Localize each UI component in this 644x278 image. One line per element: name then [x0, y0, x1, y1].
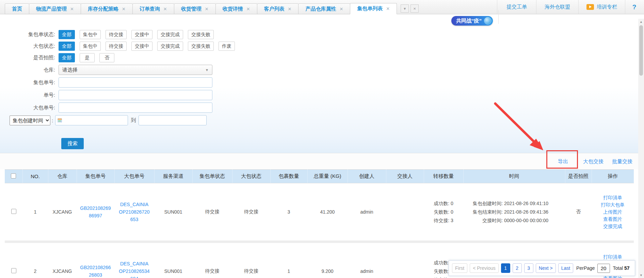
perpage-input[interactable]	[597, 264, 610, 273]
operation-link-交接完成[interactable]: 交接完成	[592, 223, 633, 230]
help-question-icon: ?	[632, 3, 637, 11]
pagination-previous-button[interactable]: < Previous	[470, 263, 499, 273]
pagination-last-button[interactable]: Last	[558, 263, 573, 273]
operation-link-打印清单[interactable]: 打印清单	[592, 253, 633, 261]
operation-link-查看图片[interactable]: 查看图片	[592, 216, 633, 223]
scroll-down-icon[interactable]: ▼	[638, 272, 644, 278]
filter-option-集包中[interactable]: 集包中	[80, 42, 101, 51]
filter-option-待交接[interactable]: 待交接	[106, 30, 127, 39]
tab-客户列表[interactable]: 客户列表✕	[257, 3, 299, 14]
column-header-NO.: NO.	[22, 170, 48, 183]
submit-ticket-link[interactable]: 提交工单	[497, 0, 536, 14]
column-header-包裹数量: 包裹数量	[270, 170, 307, 183]
pagination-page-1[interactable]: 1	[501, 263, 510, 273]
filter-text-input[interactable]	[59, 103, 212, 113]
filter-option-交接失败[interactable]: 交接失败	[188, 42, 214, 51]
vertical-scrollbar[interactable]: ▲ ▼	[638, 19, 644, 278]
column-header-集包单状态: 集包单状态	[192, 170, 232, 183]
column-header-服务渠道: 服务渠道	[154, 170, 192, 183]
time-value: 2021-08-26 09:41:36	[503, 208, 548, 216]
date-to-separator: 到	[131, 117, 136, 124]
bale-no-link[interactable]: GB202108266 26803	[80, 264, 111, 278]
filter-option-作废[interactable]: 作废	[219, 42, 235, 51]
tab-收货管理[interactable]: 收货管理✕	[174, 3, 216, 14]
tab-close-icon[interactable]: ✕	[339, 6, 343, 12]
submit-ticket-label: 提交工单	[506, 4, 527, 10]
tab-close-icon[interactable]: ✕	[386, 6, 390, 11]
batch-handover-link[interactable]: 批量交接	[612, 158, 632, 165]
tab-物流产品管理[interactable]: 物流产品管理✕	[29, 3, 81, 14]
tab-overflow-close-icon[interactable]: ✕	[410, 4, 419, 13]
tab-产品仓库属性[interactable]: 产品仓库属性✕	[298, 3, 350, 14]
row-checkbox[interactable]	[11, 209, 16, 214]
tab-close-icon[interactable]: ✕	[70, 6, 74, 12]
date-from-field[interactable]	[55, 115, 128, 125]
filter-option-全部[interactable]: 全部	[59, 53, 75, 62]
filter-option-否[interactable]: 否	[99, 53, 114, 62]
operation-link-上传图片[interactable]: 上传图片	[592, 208, 633, 216]
tab-close-icon[interactable]: ✕	[122, 6, 126, 12]
tab-overflow-controls: ▼✕	[401, 4, 419, 13]
pagination-page-3[interactable]: 3	[524, 263, 533, 273]
tab-close-icon[interactable]: ✕	[288, 6, 292, 12]
filter-option-交接中[interactable]: 交接中	[131, 42, 152, 51]
date-to-input[interactable]	[143, 118, 205, 123]
filter-option-全部[interactable]: 全部	[59, 30, 75, 39]
tab-close-icon[interactable]: ✕	[205, 6, 209, 12]
filter-option-全部[interactable]: 全部	[59, 42, 75, 51]
filter-option-交接失败[interactable]: 交接失败	[188, 30, 214, 39]
filter-option-交接完成[interactable]: 交接完成	[157, 30, 183, 39]
app-window: 首页物流产品管理✕库存分配策略✕订单查询✕收货管理✕收货详情✕客户列表✕产品仓库…	[0, 0, 644, 278]
overseas-alliance-label: 海外仓联盟	[545, 4, 570, 10]
select-all-checkbox[interactable]	[11, 173, 16, 179]
total-count: 57	[624, 265, 630, 271]
column-header-创建人: 创建人	[348, 170, 386, 183]
table-header-row: NO.仓库集包单号大包单号服务渠道集包单状态大包状态包裹数量总重量 (KG)创建…	[5, 170, 634, 183]
tab-close-icon[interactable]: ✕	[163, 6, 167, 12]
row-checkbox[interactable]	[11, 268, 16, 273]
cell-bale-status: 待交接	[192, 183, 232, 242]
tab-close-icon[interactable]: ✕	[246, 6, 250, 12]
tab-label: 客户列表	[264, 6, 285, 12]
help-button[interactable]: ?	[625, 0, 643, 14]
filter-input-row: 集包单号:	[0, 77, 638, 88]
warehouse-select[interactable]: 请选择 ▼	[59, 65, 212, 75]
time-label: 集包结束时间:	[464, 208, 503, 216]
training-column-link[interactable]: 培训专栏	[578, 0, 625, 14]
bale-no-link[interactable]: GB202108269 86997	[80, 204, 111, 219]
row-select-cell	[5, 242, 22, 278]
tab-overflow-dropdown-icon[interactable]: ▼	[401, 4, 409, 13]
bag-no-link[interactable]: DES_CAINIA OP210826720 653	[119, 201, 149, 223]
filter-input-row: 单号:	[0, 90, 638, 100]
time-type-select[interactable]: 集包创建时间	[10, 115, 50, 125]
pagination-first-button[interactable]: First	[452, 263, 467, 273]
filter-text-input[interactable]	[59, 77, 212, 88]
filter-option-待交接[interactable]: 待交接	[106, 42, 127, 51]
scroll-up-icon[interactable]: ▲	[638, 19, 644, 25]
overseas-alliance-link[interactable]: 海外仓联盟	[536, 0, 578, 14]
date-from-input[interactable]	[64, 118, 126, 123]
scrollbar-thumb[interactable]	[639, 25, 643, 76]
column-header-集包单号: 集包单号	[77, 170, 114, 183]
tab-收货详情[interactable]: 收货详情✕	[215, 3, 257, 14]
tab-订单查询[interactable]: 订单查询✕	[132, 3, 174, 14]
column-header-操作: 操作	[592, 170, 634, 183]
filter-option-是[interactable]: 是	[80, 53, 95, 62]
date-to-field[interactable]	[139, 115, 207, 125]
bag-no-link[interactable]: DES_CAINIA OP210826534 684	[119, 260, 149, 278]
bag-handover-link[interactable]: 大包交接	[583, 158, 603, 165]
filter-option-交接中[interactable]: 交接中	[131, 30, 152, 39]
operation-link-打印大包单[interactable]: 打印大包单	[592, 201, 633, 208]
pagination-page-2[interactable]: 2	[513, 263, 522, 273]
tab-首页[interactable]: 首页	[5, 3, 29, 14]
tab-库存分配策略[interactable]: 库存分配策略✕	[81, 3, 133, 14]
search-button[interactable]: 搜索	[61, 138, 84, 149]
export-link[interactable]: 导出	[558, 158, 568, 165]
pagination-next-button[interactable]: Next >	[536, 263, 556, 273]
tab-集包单列表[interactable]: 集包单列表✕	[350, 3, 397, 14]
filter-option-交接完成[interactable]: 交接完成	[157, 42, 183, 51]
operation-link-打印清单[interactable]: 打印清单	[592, 194, 633, 201]
filter-text-input[interactable]	[59, 90, 212, 100]
filter-option-集包中[interactable]: 集包中	[80, 30, 101, 39]
campaign-badge[interactable]: 共同战“疫”	[451, 16, 493, 26]
